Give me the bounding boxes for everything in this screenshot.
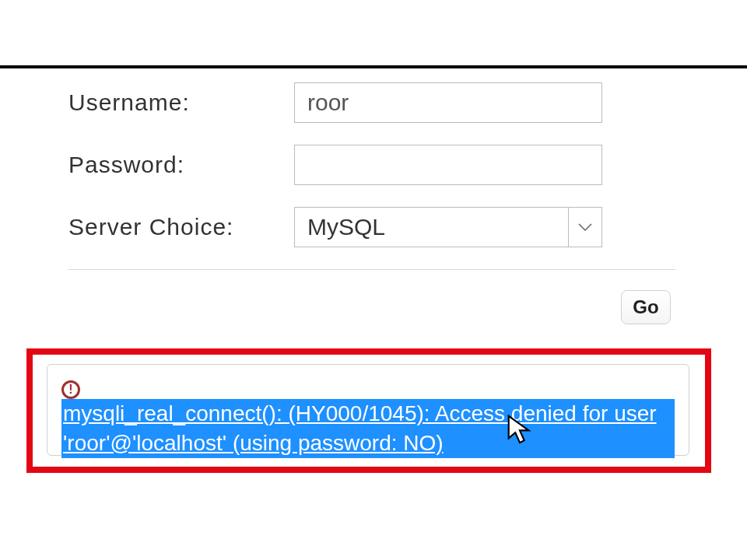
error-message: mysqli_real_connect(): (HY000/1045): Acc… <box>61 399 675 458</box>
server-select[interactable]: MySQL <box>294 207 602 247</box>
go-row: Go <box>68 270 675 324</box>
server-value[interactable]: MySQL <box>294 207 602 247</box>
server-dropdown-button[interactable] <box>568 207 602 247</box>
server-row: Server Choice: MySQL <box>68 207 675 247</box>
error-line: ! mysqli_real_connect(): (HY000/1045): A… <box>61 376 675 458</box>
error-box: ! mysqli_real_connect(): (HY000/1045): A… <box>47 364 689 456</box>
username-label: Username: <box>68 89 294 116</box>
username-input[interactable] <box>294 82 602 123</box>
password-row: Password: <box>68 145 675 185</box>
chevron-down-icon <box>578 220 592 234</box>
username-row: Username: <box>68 82 675 123</box>
password-label: Password: <box>68 152 294 178</box>
login-form: Username: Password: Server Choice: MySQL… <box>39 68 705 324</box>
go-button[interactable]: Go <box>621 290 671 324</box>
error-icon: ! <box>61 380 80 399</box>
server-label: Server Choice: <box>68 214 294 240</box>
password-input[interactable] <box>294 145 602 185</box>
